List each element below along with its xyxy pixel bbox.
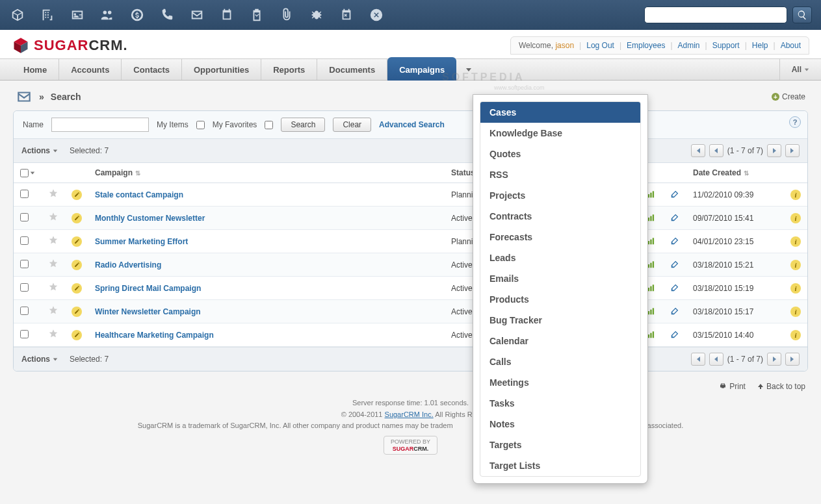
pager-first-bottom[interactable] xyxy=(691,353,705,366)
pager-first[interactable] xyxy=(691,144,705,157)
campaign-name-link[interactable]: Radio Advertising xyxy=(95,260,161,270)
dropdown-item-cases[interactable]: Cases xyxy=(480,102,640,123)
people-icon[interactable] xyxy=(99,6,116,23)
select-all[interactable] xyxy=(20,169,35,177)
pager-next[interactable] xyxy=(767,144,781,157)
wizard-icon[interactable] xyxy=(670,212,680,223)
dropdown-item-rss[interactable]: RSS xyxy=(480,164,640,185)
row-checkbox[interactable] xyxy=(20,260,29,268)
dropdown-item-calendar[interactable]: Calendar xyxy=(480,331,640,351)
wizard-icon[interactable] xyxy=(670,306,680,316)
tab-opportunities[interactable]: Opportunities xyxy=(182,59,261,80)
info-icon[interactable]: i xyxy=(790,260,801,270)
edit-icon[interactable] xyxy=(72,307,82,317)
building-icon[interactable] xyxy=(39,6,56,23)
info-icon[interactable]: i xyxy=(790,236,801,247)
wizard-icon[interactable] xyxy=(670,283,680,293)
wizard-icon[interactable] xyxy=(670,236,680,246)
favorite-star-icon[interactable] xyxy=(48,238,59,247)
dropdown-item-emails[interactable]: Emails xyxy=(480,268,640,289)
bug-icon[interactable] xyxy=(308,6,325,23)
dropdown-item-knowledge-base[interactable]: Knowledge Base xyxy=(480,123,640,144)
wizard-icon[interactable] xyxy=(670,329,680,340)
calendar-icon[interactable] xyxy=(218,6,235,23)
dropdown-item-bug-tracker[interactable]: Bug Tracker xyxy=(480,310,640,331)
row-checkbox[interactable] xyxy=(20,307,29,315)
col-created[interactable]: Date Created⇅ xyxy=(686,163,784,183)
myfavorites-checkbox[interactable] xyxy=(265,121,273,129)
dropdown-item-products[interactable]: Products xyxy=(480,289,640,310)
info-icon[interactable]: i xyxy=(790,330,801,340)
row-checkbox[interactable] xyxy=(20,283,29,292)
about-link[interactable]: About xyxy=(781,41,801,50)
dropdown-item-calls[interactable]: Calls xyxy=(480,351,640,372)
pager-next-bottom[interactable] xyxy=(767,353,781,366)
info-icon[interactable]: i xyxy=(790,283,801,294)
dropdown-item-contracts[interactable]: Contracts xyxy=(480,206,640,227)
favorite-star-icon[interactable] xyxy=(48,262,59,271)
admin-link[interactable]: Admin xyxy=(678,41,700,50)
myitems-checkbox[interactable] xyxy=(196,121,205,129)
dropdown-item-meetings[interactable]: Meetings xyxy=(480,372,640,393)
calendar-x-icon[interactable] xyxy=(338,6,355,23)
row-checkbox[interactable] xyxy=(20,236,29,245)
tab-home[interactable]: Home xyxy=(12,59,59,80)
envelope-icon[interactable] xyxy=(189,6,205,23)
dropdown-item-projects[interactable]: Projects xyxy=(480,185,640,206)
edit-icon[interactable] xyxy=(72,330,82,340)
col-campaign[interactable]: Campaign⇅ xyxy=(88,163,445,183)
edit-icon[interactable] xyxy=(72,260,82,270)
dropdown-item-forecasts[interactable]: Forecasts xyxy=(480,227,640,247)
global-search-button[interactable] xyxy=(792,6,812,23)
campaign-name-link[interactable]: Winter Newsletter Campaign xyxy=(95,307,201,316)
backtotop-link[interactable]: Back to top xyxy=(757,382,805,391)
tab-reports[interactable]: Reports xyxy=(261,59,317,80)
attachment-icon[interactable] xyxy=(278,6,295,23)
dropdown-item-quotes[interactable]: Quotes xyxy=(480,144,640,164)
pager-last[interactable] xyxy=(785,144,800,157)
tab-accounts[interactable]: Accounts xyxy=(59,59,122,80)
global-search-input[interactable] xyxy=(644,6,787,23)
dropdown-item-targets[interactable]: Targets xyxy=(480,435,640,455)
favorite-star-icon[interactable] xyxy=(48,309,59,318)
name-input[interactable] xyxy=(51,118,149,132)
logout-link[interactable]: Log Out xyxy=(586,41,614,50)
create-link[interactable]: +Create xyxy=(772,92,805,101)
tab-all[interactable]: All xyxy=(779,59,821,80)
advanced-search-link[interactable]: Advanced Search xyxy=(379,120,445,129)
row-checkbox[interactable] xyxy=(20,330,29,338)
phone-icon[interactable] xyxy=(159,6,176,23)
tab-contacts[interactable]: Contacts xyxy=(122,59,182,80)
wizard-icon[interactable] xyxy=(670,189,680,199)
favorite-star-icon[interactable] xyxy=(48,192,59,201)
dropdown-item-leads[interactable]: Leads xyxy=(480,247,640,268)
sugarcrm-inc-link[interactable]: SugarCRM Inc. xyxy=(385,410,434,418)
tab-more-caret[interactable] xyxy=(456,59,481,80)
wizard-icon[interactable] xyxy=(670,259,680,270)
campaign-name-link[interactable]: Summer Marketing Effort xyxy=(95,237,188,246)
help-icon[interactable]: ? xyxy=(789,116,801,128)
tab-campaigns[interactable]: Campaigns xyxy=(387,57,456,81)
pager-last-bottom[interactable] xyxy=(785,353,800,366)
dropdown-item-notes[interactable]: Notes xyxy=(480,414,640,435)
info-icon[interactable]: i xyxy=(790,213,801,223)
edit-icon[interactable] xyxy=(72,213,82,223)
pager-prev-bottom[interactable] xyxy=(709,353,723,366)
employees-link[interactable]: Employees xyxy=(627,41,665,50)
edit-icon[interactable] xyxy=(72,283,82,294)
campaign-name-link[interactable]: Healthcare Marketing Campaign xyxy=(95,331,214,340)
row-checkbox[interactable] xyxy=(20,213,29,221)
campaign-name-link[interactable]: Monthly Customer Newsletter xyxy=(95,214,205,223)
cube-icon[interactable] xyxy=(9,6,26,23)
actions-dropdown[interactable]: Actions xyxy=(21,146,58,155)
edit-icon[interactable] xyxy=(72,190,82,200)
info-icon[interactable]: i xyxy=(790,307,801,317)
support-link[interactable]: Support xyxy=(712,41,740,50)
clear-button[interactable]: Clear xyxy=(333,118,371,132)
dropdown-item-target-lists[interactable]: Target Lists xyxy=(480,455,640,462)
globe-x-icon[interactable] xyxy=(368,6,385,23)
id-card-icon[interactable] xyxy=(69,6,86,23)
campaign-name-link[interactable]: Spring Direct Mail Campaign xyxy=(95,284,201,293)
info-icon[interactable]: i xyxy=(790,190,801,200)
help-link[interactable]: Help xyxy=(752,41,768,50)
